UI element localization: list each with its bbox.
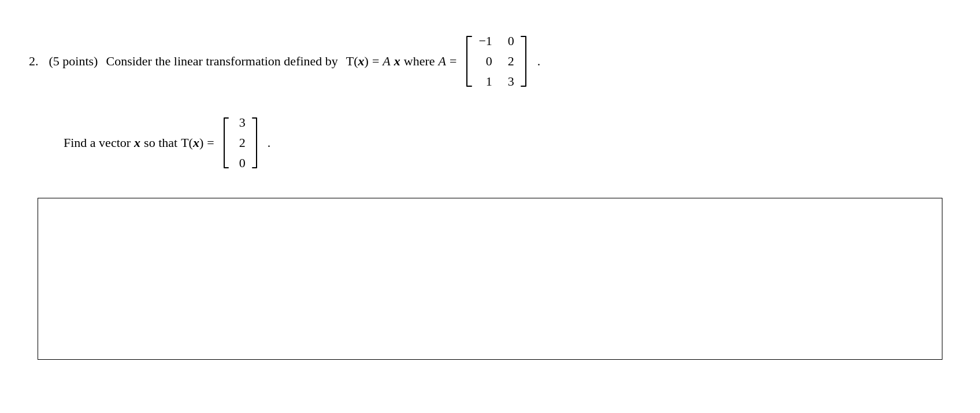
equals1: = xyxy=(372,54,379,69)
problem-text: (5 points) Consider the linear transform… xyxy=(49,29,541,93)
right-bracket-b xyxy=(250,117,259,169)
problem-container: 2. (5 points) Consider the linear transf… xyxy=(23,17,957,371)
period: . xyxy=(537,54,541,69)
x-bold3: x xyxy=(134,135,140,150)
left-bracket-A xyxy=(463,35,474,87)
period2: . xyxy=(268,135,271,150)
b-cell-2: 0 xyxy=(235,153,246,172)
x-bold2: x xyxy=(394,54,400,68)
A-italic: A xyxy=(383,54,390,69)
find-text: Find a vector xyxy=(64,135,131,150)
t-open: T(x) xyxy=(346,54,369,69)
answer-box[interactable] xyxy=(38,198,942,360)
equals2: = xyxy=(450,54,456,69)
problem-statement: 2. (5 points) Consider the linear transf… xyxy=(29,29,951,93)
cell-2-0: 1 xyxy=(482,72,492,91)
right-bracket-A xyxy=(519,35,529,87)
so-that: so that xyxy=(144,135,177,150)
find-vector-line: Find a vector x so that T(x) = 3 2 0 . xyxy=(29,110,951,175)
b-cell-1: 2 xyxy=(235,133,246,152)
cell-2-1: 3 xyxy=(504,72,514,91)
T-x2: T(x) xyxy=(181,135,203,150)
matrix-A: −1 0 0 2 1 3 xyxy=(463,29,529,93)
points-label: (5 points) xyxy=(49,54,98,69)
cell-1-1: 2 xyxy=(504,51,514,71)
cell-0-1: 0 xyxy=(504,31,514,50)
cell-0-0: −1 xyxy=(478,31,492,50)
cell-1-0: 0 xyxy=(482,51,492,71)
equals3: = xyxy=(207,135,214,150)
matrix-b: 3 2 0 xyxy=(221,110,259,175)
problem-number: 2. xyxy=(29,54,39,69)
left-bracket-b xyxy=(221,117,231,169)
b-cell-0: 3 xyxy=(235,113,246,132)
where-text: where xyxy=(404,54,435,69)
matrix-b-cells: 3 2 0 xyxy=(231,110,250,175)
statement-pre: Consider the linear transformation defin… xyxy=(106,54,337,69)
A-italic2: A xyxy=(439,54,446,69)
matrix-A-cells: −1 0 0 2 1 3 xyxy=(474,29,518,93)
